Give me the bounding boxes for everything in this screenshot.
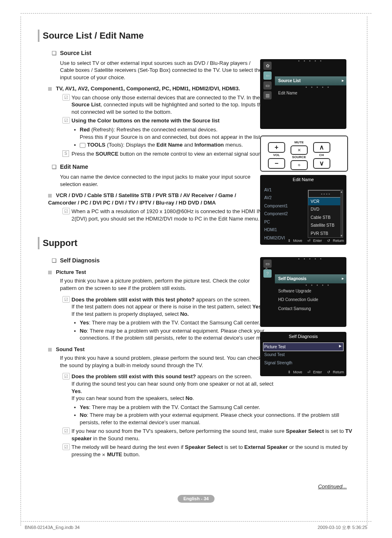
osd-item: Edit Name <box>275 89 346 98</box>
mute-icon: MUTE <box>102 451 122 458</box>
text: button. <box>122 451 140 458</box>
text-bold: Source List <box>71 101 101 108</box>
crop-mark-top <box>21 13 371 14</box>
paragraph: If you think you have a picture problem,… <box>60 277 265 292</box>
text: : There may be a problem with the TV. Co… <box>89 320 260 326</box>
text: Enter <box>312 370 322 374</box>
source-button-note: Press the SOURCE button on the remote co… <box>62 150 277 158</box>
subsection-heading: Source List <box>52 49 358 57</box>
osd-support-panel: Support ▭ ? ● ● ● ● ● Self Diagnosis ● ●… <box>260 257 346 327</box>
text-bold: No <box>80 328 87 334</box>
text-bold: Yes <box>71 388 81 394</box>
vol-down-button: − <box>268 158 285 169</box>
paragraph: If you think you have a sound problem, p… <box>60 354 265 369</box>
text: . <box>193 395 194 401</box>
osd-sidebar: Input ✿ ⇦ ▭ ▥ <box>262 62 273 126</box>
selfdiag-item-selected: Picture Test <box>263 343 343 351</box>
note-paragraph: Does the problem still exist with this s… <box>62 373 277 402</box>
osd-editname-panel: Edit Name AV1 AV2 Component1 Component2 … <box>260 175 346 245</box>
osd-footer: ⇕ Move ⏎ Enter ↺ Return <box>286 238 344 243</box>
dropdown-option: DVD <box>308 205 343 214</box>
text: Return <box>332 239 344 243</box>
text: in the Sound menu. <box>92 435 139 441</box>
text-bold: No <box>80 412 87 418</box>
dots-top: ● ● ● ● ● <box>275 59 346 62</box>
note-paragraph: Does the problem still exist with this t… <box>62 296 277 318</box>
text-bold: Does the problem still exist with this s… <box>71 373 196 379</box>
display-icon: ▭ <box>263 81 272 90</box>
note-paragraph: If you hear no sound from the TV's speak… <box>62 428 358 442</box>
osd-menu-list: Self Diagnosis ● ● ● ● ● Software Upgrad… <box>275 260 346 313</box>
osd-item: Software Upgrade <box>275 287 346 296</box>
text: is set to <box>223 444 244 450</box>
crop-mark-bottom <box>21 521 371 522</box>
bullet: No: There may be a problem with your ext… <box>74 327 277 342</box>
text: If the test pattern is properly displaye… <box>71 311 180 317</box>
dots-top: ● ● ● ● ● <box>275 257 346 260</box>
continued-label: Continued... <box>318 483 347 490</box>
page-number-badge: English - 34 <box>178 495 214 503</box>
doc-number: BN68-02143A_Eng.indb 34 <box>25 524 80 531</box>
osd-sidebar: Support ▭ ? <box>262 260 273 324</box>
input-icon: ⇦ <box>263 71 272 80</box>
crop-mark-left <box>21 16 21 526</box>
text-bold: Red <box>80 126 90 133</box>
foot-move: ⇕ Move <box>286 238 302 243</box>
scrollbar <box>340 190 343 237</box>
text: : There may be a problem with your exter… <box>80 412 339 425</box>
vol-up-button: + <box>268 142 285 153</box>
ch-up-button: ∧ <box>313 142 330 153</box>
crop-mark-right <box>367 16 367 526</box>
text: If you can hear sound from the speakers,… <box>71 395 185 401</box>
text: Press the <box>71 151 96 157</box>
ch-down-button: ∨ <box>313 158 330 169</box>
text: button on the remote control to view an … <box>118 151 267 157</box>
note-paragraph: Using the Color buttons on the remote wi… <box>62 117 277 124</box>
bullet: Red (Refresh): Refreshes the connected e… <box>74 126 277 140</box>
text-bold: No <box>185 395 192 401</box>
text-bold: Speaker Select <box>185 444 223 450</box>
osd-item-selected: Source List <box>275 76 346 85</box>
text: You can choose only those external devic… <box>71 94 260 101</box>
text: , connected inputs will be highlighted a… <box>71 101 275 115</box>
source-button: ⎆ <box>291 160 308 170</box>
selfdiag-item: Signal Strength <box>263 359 343 367</box>
manual-page: Source List / Edit Name Source List Use … <box>0 0 392 538</box>
selfdiag-list: Picture Test Sound Test Signal Strength <box>260 341 346 369</box>
osd-menu-list: Source List ● ● ● ● ● Edit Name <box>275 62 346 97</box>
text: and <box>182 142 194 148</box>
text-bold: No. <box>180 311 189 317</box>
text: If during the sound test you can hear so… <box>71 381 273 387</box>
dropdown-option: Satellite STB <box>308 221 343 230</box>
text-bold: Information <box>194 142 224 148</box>
osd-footer: ⇕ Move ⏎ Enter ↺ Return <box>286 370 344 375</box>
ch-column: ∧ CH ∨ <box>313 142 331 169</box>
text: menus. <box>224 142 243 148</box>
text: Move <box>292 370 302 374</box>
editname-item: AV1 <box>263 186 303 194</box>
text: Enter <box>312 239 322 243</box>
devices-heading: VCR / DVD / Cable STB / Satellite STB / … <box>48 192 254 206</box>
text: is set to <box>324 428 345 434</box>
osd-input-panel: Input ✿ ⇦ ▭ ▥ ● ● ● ● ● Source List ● ● … <box>260 59 346 129</box>
foot-return: ↺ Return <box>326 238 344 243</box>
text-bold: Yes <box>80 320 89 326</box>
note-paragraph: When a PC with a resolution of 1920 x 10… <box>62 208 277 222</box>
display-icon: ▭ <box>263 260 272 268</box>
text: Press this if your Source is on and conn… <box>80 134 261 140</box>
dots: ● ● ● ● ● <box>290 283 346 287</box>
text: If you hear no sound from the TV's speak… <box>71 428 286 434</box>
text: (Refresh): Refreshes the connected exter… <box>90 126 218 133</box>
page-number: English - 34 <box>183 496 209 501</box>
foot-return: ↺ Return <box>326 370 344 375</box>
dots: ● ● ● ● ● <box>290 85 346 89</box>
foot-move: ⇕ Move <box>286 370 302 375</box>
text: appears on the screen. <box>196 373 252 379</box>
text: appears on the screen. <box>195 297 251 303</box>
paragraph: You can name the device connected to the… <box>60 173 265 188</box>
foot-enter: ⏎ Enter <box>306 238 322 243</box>
note-paragraph: The melody will be heard during the test… <box>62 444 358 458</box>
editname-inputs: AV1 AV2 Component1 Component2 PC HDMI1 H… <box>260 184 306 244</box>
editname-item: HDMI1 <box>263 226 303 234</box>
text-bold: Speaker Select <box>286 428 324 434</box>
